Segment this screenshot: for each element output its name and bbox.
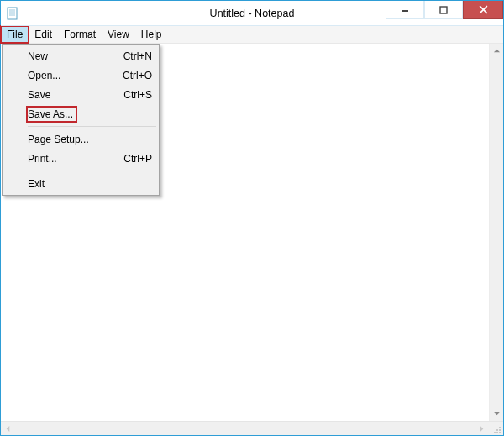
menu-item-open[interactable]: Open... Ctrl+O	[4, 66, 157, 85]
window-controls	[386, 1, 503, 25]
menu-format-label: Format	[64, 29, 96, 40]
svg-rect-6	[440, 7, 447, 13]
svg-point-12	[499, 427, 501, 428]
scroll-up-icon[interactable]	[490, 44, 504, 58]
menu-file[interactable]: File	[1, 26, 29, 43]
horizontal-scrollbar[interactable]	[1, 421, 503, 435]
resize-grip-icon[interactable]	[489, 422, 503, 436]
scroll-down-icon[interactable]	[490, 407, 504, 421]
vertical-scrollbar[interactable]	[489, 44, 503, 421]
menu-item-print[interactable]: Print... Ctrl+P	[4, 149, 157, 168]
menu-bar: File Edit Format View Help	[1, 26, 503, 44]
menu-item-new[interactable]: New Ctrl+N	[4, 46, 157, 66]
svg-point-8	[496, 432, 498, 433]
menu-item-new-label: New	[28, 50, 48, 62]
scroll-right-icon[interactable]	[475, 422, 489, 436]
menu-item-save-label: Save	[28, 89, 50, 101]
menu-item-exit-label: Exit	[28, 178, 45, 190]
menu-item-print-label: Print...	[28, 153, 57, 165]
menu-item-exit[interactable]: Exit	[4, 174, 157, 193]
menu-help-label: Help	[141, 29, 162, 40]
menu-item-page-setup-label: Page Setup...	[28, 134, 89, 145]
menu-item-save-as-label: Save As...	[28, 108, 73, 120]
svg-point-9	[499, 429, 501, 431]
minimize-button[interactable]	[386, 1, 424, 19]
menu-help[interactable]: Help	[135, 26, 168, 43]
menu-item-print-shortcut: Ctrl+P	[123, 153, 152, 165]
menu-edit-label: Edit	[34, 29, 52, 40]
menu-item-save[interactable]: Save Ctrl+S	[4, 85, 157, 104]
menu-item-open-label: Open...	[28, 70, 60, 81]
menu-file-label: File	[7, 29, 23, 40]
menu-item-open-shortcut: Ctrl+O	[123, 70, 152, 81]
menu-item-new-shortcut: Ctrl+N	[123, 50, 152, 62]
svg-point-11	[496, 429, 498, 431]
menu-edit[interactable]: Edit	[29, 26, 58, 43]
notepad-icon	[6, 7, 19, 20]
menu-item-save-as[interactable]: Save As...	[4, 104, 157, 123]
maximize-button[interactable]	[424, 1, 463, 19]
menu-separator	[28, 126, 156, 127]
menu-item-save-shortcut: Ctrl+S	[123, 89, 152, 101]
svg-rect-5	[402, 10, 408, 12]
svg-point-10	[494, 432, 496, 433]
menu-format[interactable]: Format	[58, 26, 102, 43]
scroll-left-icon[interactable]	[1, 422, 15, 436]
title-bar[interactable]: Untitled - Notepad	[1, 1, 503, 26]
menu-item-page-setup[interactable]: Page Setup...	[4, 129, 157, 149]
file-dropdown-menu: New Ctrl+N Open... Ctrl+O Save Ctrl+S Sa…	[2, 44, 160, 196]
menu-view-label: View	[108, 29, 129, 40]
svg-point-7	[499, 432, 501, 433]
menu-separator	[28, 171, 156, 171]
menu-view[interactable]: View	[102, 26, 135, 43]
close-button[interactable]	[463, 1, 503, 19]
